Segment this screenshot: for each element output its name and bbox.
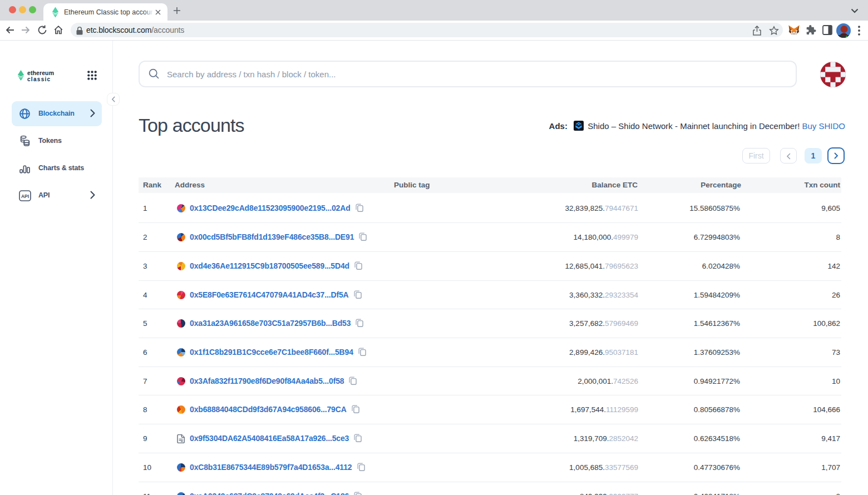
svg-text:API: API (21, 194, 29, 199)
